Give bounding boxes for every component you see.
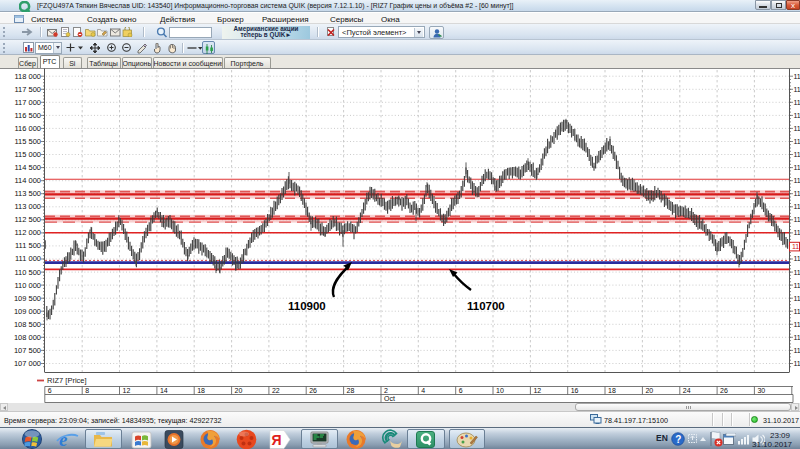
svg-text:110700: 110700 (467, 300, 505, 312)
svg-text:11: 11 (794, 203, 800, 210)
svg-text:108 000: 108 000 (14, 333, 41, 342)
svg-text:112 500: 112 500 (14, 215, 41, 224)
svg-text:114 500: 114 500 (14, 163, 41, 172)
svg-text:11: 11 (794, 151, 800, 158)
svg-text:11: 11 (794, 190, 800, 197)
svg-text:10: 10 (496, 387, 504, 394)
svg-text:11: 11 (794, 308, 800, 315)
svg-text:110900: 110900 (288, 300, 326, 312)
svg-text:4: 4 (421, 387, 425, 394)
svg-text:11: 11 (794, 269, 800, 276)
svg-text:11: 11 (794, 86, 800, 93)
svg-text:8: 8 (85, 387, 89, 394)
svg-text:11: 11 (794, 164, 800, 171)
svg-text:26: 26 (309, 387, 317, 394)
svg-text:18: 18 (197, 387, 205, 394)
svg-text:20: 20 (645, 387, 653, 394)
svg-text:108 500: 108 500 (14, 320, 41, 329)
svg-text:18: 18 (608, 387, 616, 394)
svg-text:Я: Я (272, 431, 282, 447)
svg-text:117 000: 117 000 (14, 98, 41, 107)
svg-text:12: 12 (123, 387, 131, 394)
svg-text:2: 2 (384, 387, 388, 394)
svg-text:11: 11 (794, 347, 800, 354)
svg-text:114 000: 114 000 (14, 176, 41, 185)
svg-text:11: 11 (794, 177, 800, 184)
svg-text:113 000: 113 000 (14, 202, 41, 211)
svg-text:16: 16 (571, 387, 579, 394)
svg-text:11: 11 (794, 112, 800, 119)
svg-text:14: 14 (160, 387, 168, 394)
svg-text:117 500: 117 500 (14, 85, 41, 94)
svg-text:11: 11 (794, 138, 800, 145)
svg-text:6: 6 (459, 387, 463, 394)
svg-text:20: 20 (235, 387, 243, 394)
svg-text:111 500: 111 500 (15, 241, 41, 250)
svg-text:113 500: 113 500 (14, 189, 41, 198)
svg-text:116 500: 116 500 (14, 111, 41, 120)
svg-text:11: 11 (794, 360, 800, 367)
svg-text:116 000: 116 000 (14, 124, 41, 133)
svg-text:112 000: 112 000 (14, 228, 41, 237)
svg-text:11: 11 (794, 99, 800, 106)
svg-text:11: 11 (794, 73, 800, 80)
svg-text:11: 11 (794, 282, 800, 289)
svg-text:115 000: 115 000 (14, 150, 41, 159)
svg-text:110 000: 110 000 (14, 281, 41, 290)
svg-text:118 000: 118 000 (14, 72, 41, 81)
svg-text:107 500: 107 500 (14, 346, 41, 355)
svg-text:11: 11 (794, 255, 800, 262)
svg-text:28: 28 (347, 387, 355, 394)
svg-text:Oct: Oct (384, 395, 395, 402)
svg-text:26: 26 (720, 387, 728, 394)
svg-text:11: 11 (794, 321, 800, 328)
svg-text:11: 11 (794, 334, 800, 341)
svg-text:11: 11 (794, 125, 800, 132)
svg-text:24: 24 (683, 387, 691, 394)
svg-text:30: 30 (757, 387, 765, 394)
svg-text:RIZ7 [Price]: RIZ7 [Price] (47, 376, 87, 385)
svg-text:?: ? (675, 433, 681, 444)
svg-text:115 500: 115 500 (14, 137, 41, 146)
svg-text:110 500: 110 500 (14, 268, 41, 277)
svg-text:12: 12 (533, 387, 541, 394)
svg-text:11: 11 (794, 229, 800, 236)
svg-text:109 500: 109 500 (14, 294, 41, 303)
svg-text:11: 11 (792, 243, 799, 250)
svg-text:107 000: 107 000 (14, 359, 41, 368)
svg-text:111 000: 111 000 (15, 254, 41, 263)
svg-text:109 000: 109 000 (14, 307, 41, 316)
svg-text:11: 11 (794, 216, 800, 223)
svg-text:11: 11 (794, 295, 800, 302)
svg-text:6: 6 (48, 387, 52, 394)
svg-text:22: 22 (272, 387, 280, 394)
